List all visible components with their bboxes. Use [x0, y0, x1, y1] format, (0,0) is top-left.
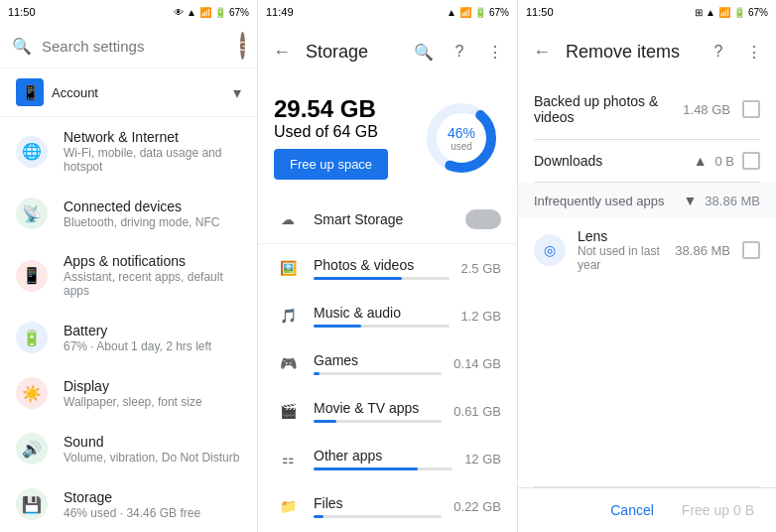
music-storage-size: 1.2 GB — [461, 309, 501, 324]
status-icons-3: ⊞ ▲ 📶 🔋 67% — [695, 7, 768, 18]
header-icons-storage: 🔍 ? ⋮ — [410, 38, 509, 66]
downloads-checkbox[interactable] — [742, 152, 760, 170]
remove-items-panel: 11:50 ⊞ ▲ 📶 🔋 67% ← Remove items ? ⋮ Bac… — [518, 0, 776, 532]
back-button-storage[interactable]: ← — [266, 36, 298, 67]
avatar-initial: G — [240, 39, 245, 54]
status-bar-1: 11:50 👁 ▲ 📶 🔋 67% — [0, 0, 257, 24]
files-storage-icon: 📁 — [274, 492, 302, 520]
lens-app-row[interactable]: ◎ Lens Not used in last year 38.86 MB — [518, 218, 776, 282]
cancel-button[interactable]: Cancel — [604, 496, 660, 524]
settings-item-battery[interactable]: 🔋 Battery 67% · About 1 day, 2 hrs left — [0, 310, 257, 365]
network-text: Network & Internet Wi-Fi, mobile, data u… — [64, 129, 241, 174]
storage-row-files[interactable]: 📁 Files 0.22 GB — [258, 482, 517, 530]
remove-items-title: Remove items — [566, 42, 697, 63]
settings-item-display[interactable]: ☀️ Display Wallpaper, sleep, font size — [0, 365, 257, 421]
free-up-confirm-button[interactable]: Free up 0 B — [676, 496, 760, 524]
status-icons-1: 👁 ▲ 📶 🔋 67% — [174, 7, 249, 18]
games-storage-icon: 🎮 — [274, 349, 302, 377]
help-button-storage[interactable]: ? — [446, 38, 473, 66]
battery-pct-3: 67% — [748, 7, 768, 18]
display-subtitle: Wallpaper, sleep, font size — [64, 395, 241, 409]
battery-icon-2: 🔋 — [474, 7, 486, 18]
more-button-remove[interactable]: ⋮ — [740, 38, 768, 66]
devices-title: Connected devices — [64, 199, 241, 214]
music-storage-bar — [314, 325, 450, 328]
used-gb: 29.54 GB — [274, 95, 388, 123]
donut-label: 46% used — [448, 124, 475, 151]
other-storage-size: 12 GB — [464, 452, 501, 466]
settings-item-network[interactable]: 🌐 Network & Internet Wi-Fi, mobile, data… — [0, 117, 257, 186]
storage-text: 29.54 GB Used of 64 GB Free up space — [274, 95, 388, 180]
sound-icon: 🔊 — [16, 433, 48, 465]
settings-list: 🌐 Network & Internet Wi-Fi, mobile, data… — [0, 117, 257, 532]
storage-icon: 💾 — [16, 488, 48, 520]
storage-row-movies[interactable]: 🎬 Movie & TV apps 0.61 GB — [258, 387, 517, 435]
sound-subtitle: Volume, vibration, Do Not Disturb — [64, 451, 241, 465]
back-button-remove[interactable]: ← — [526, 36, 558, 67]
sound-text: Sound Volume, vibration, Do Not Disturb — [64, 434, 241, 465]
backed-up-row[interactable]: Backed up photos & videos 1.48 GB — [518, 79, 776, 139]
storage-subtitle: 46% used · 34.46 GB free — [64, 506, 241, 520]
infrequent-chevron-icon: ▼ — [683, 193, 697, 208]
infrequent-size: 38.86 MB — [705, 194, 760, 208]
storage-text: Storage 46% used · 34.46 GB free — [64, 489, 241, 520]
movies-storage-bar — [314, 420, 442, 423]
lens-app-checkbox[interactable] — [742, 241, 760, 259]
smart-storage-row[interactable]: ☁ Smart Storage — [258, 196, 517, 244]
movies-storage-icon: 🎬 — [274, 397, 302, 425]
signal-icon: 📶 — [199, 7, 211, 18]
network-subtitle: Wi-Fi, mobile, data usage and hotspot — [64, 146, 241, 174]
settings-panel: 11:50 👁 ▲ 📶 🔋 67% 🔍 G 📱 Account ▾ 🌐 Netw… — [0, 0, 258, 532]
downloads-label: Downloads — [534, 153, 686, 169]
infrequent-section-header[interactable]: Infrequently used apps ▼ 38.86 MB — [518, 183, 776, 218]
lens-app-name: Lens — [578, 228, 663, 244]
donut-pct: 46% — [448, 124, 475, 140]
settings-item-apps[interactable]: 📱 Apps & notifications Assistant, recent… — [0, 241, 257, 310]
storage-row-other[interactable]: ⚏ Other apps 12 GB — [258, 435, 517, 482]
battery-pct-2: 67% — [489, 7, 509, 18]
smart-storage-toggle[interactable] — [465, 209, 501, 229]
lens-app-icon: ◎ — [534, 234, 566, 266]
more-button-storage[interactable]: ⋮ — [481, 38, 509, 66]
backed-up-size: 1.48 GB — [683, 102, 730, 117]
storage-row-music[interactable]: 🎵 Music & audio 1.2 GB — [258, 292, 517, 339]
other-storage-name: Other apps — [314, 448, 453, 464]
settings-item-devices[interactable]: 📡 Connected devices Bluetooth, driving m… — [0, 186, 257, 241]
settings-item-sound[interactable]: 🔊 Sound Volume, vibration, Do Not Distur… — [0, 421, 257, 476]
eye-icon: 👁 — [174, 7, 184, 18]
free-up-button[interactable]: Free up space — [274, 149, 388, 180]
battery-pct-1: 67% — [229, 7, 249, 18]
storage-header: ← Storage 🔍 ? ⋮ — [258, 24, 517, 79]
apps-subtitle: Assistant, recent apps, default apps — [64, 270, 241, 298]
movies-storage-content: Movie & TV apps — [314, 400, 442, 423]
help-button-remove[interactable]: ? — [705, 38, 732, 66]
storage-title: Storage — [64, 489, 241, 505]
apps-text: Apps & notifications Assistant, recent a… — [64, 253, 241, 298]
smart-storage-icon: ☁ — [274, 205, 302, 233]
storage-row-games[interactable]: 🎮 Games 0.14 GB — [258, 339, 517, 387]
avatar[interactable]: G — [240, 32, 245, 60]
movies-storage-bar-fill — [314, 420, 336, 423]
apps-icon: 📱 — [16, 260, 48, 292]
account-symbol: 📱 — [22, 84, 39, 100]
search-button-storage[interactable]: 🔍 — [410, 38, 438, 66]
lens-app-content: Lens Not used in last year — [578, 228, 663, 272]
chevron-down-icon: ▾ — [233, 83, 241, 102]
storage-panel: 11:49 ▲ 📶 🔋 67% ← Storage 🔍 ? ⋮ 29.54 GB… — [258, 0, 518, 532]
grid-icon: ⊞ — [695, 7, 703, 18]
settings-item-storage[interactable]: 💾 Storage 46% used · 34.46 GB free — [0, 476, 257, 532]
sound-title: Sound — [64, 434, 241, 450]
spacer — [518, 282, 776, 486]
remove-items-header: ← Remove items ? ⋮ — [518, 24, 776, 79]
signal-icon-3: 📶 — [718, 7, 730, 18]
downloads-row[interactable]: Downloads ▲ 0 B — [518, 140, 776, 182]
account-row[interactable]: 📱 Account ▾ — [0, 68, 257, 117]
battery-icon-3: 🔋 — [733, 7, 745, 18]
battery-icon-1: 🔋 — [214, 7, 226, 18]
storage-row-photos[interactable]: 🖼️ Photos & videos 2.5 GB — [258, 244, 517, 292]
account-label: Account — [52, 85, 233, 100]
photos-storage-icon: 🖼️ — [274, 254, 302, 282]
search-input[interactable] — [42, 38, 230, 55]
backed-up-checkbox[interactable] — [742, 100, 760, 118]
wifi-icon-3: ▲ — [706, 7, 715, 18]
